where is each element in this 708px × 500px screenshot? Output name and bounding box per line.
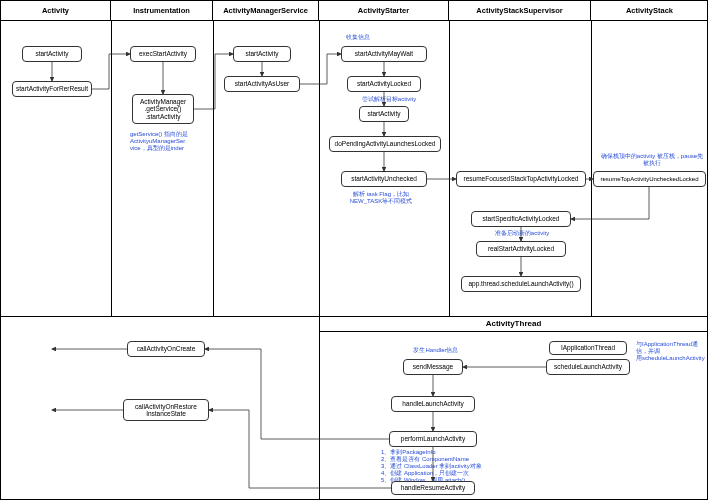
ann-ensurestack: 确保栈顶中的activity 被压栈，pause先 被执行 bbox=[598, 153, 706, 167]
node-startactivityforresult: startActivityForRerResult bbox=[12, 81, 92, 97]
node-iappthread: IApplicationThread bbox=[549, 341, 627, 355]
ann-iat: 与IApplicationThread通信，并调 用scheduleLaunch… bbox=[636, 341, 708, 362]
node-stack-resumetop: resumeTopActivityUncheckedLocked bbox=[593, 171, 706, 187]
node-starter-locked: startActivityLocked bbox=[347, 76, 421, 92]
node-startactivity: startActivity bbox=[22, 46, 82, 62]
ann-handlermsg: 发生Handler信息 bbox=[406, 347, 466, 354]
node-performlaunch: performLaunchActivity bbox=[389, 431, 477, 447]
node-sup-appthread: app.thread.scheduleLaunchActivity() bbox=[461, 276, 581, 292]
node-schedulelaunch: scheduleLaunchActivity bbox=[546, 359, 630, 375]
col-supervisor: ActivityStackSupervisor bbox=[449, 1, 591, 21]
ann-performlist: 1、拿到PackageInfo 2、查看是否有 ComponentName 3、… bbox=[381, 449, 501, 483]
col-stack: ActivityStack bbox=[591, 1, 708, 21]
node-sendmessage: sendMessage bbox=[403, 359, 463, 375]
ann-preparenew: 准备启动新的activity bbox=[477, 230, 567, 237]
col-ams: ActivityManagerService bbox=[213, 1, 319, 21]
node-ams-startactivity: startActivity bbox=[233, 46, 291, 62]
node-ams-startactivityasuser: startActivityAsUser bbox=[224, 76, 300, 92]
node-starter-maywait: startActivityMayWait bbox=[341, 46, 427, 62]
node-calloncreate: callActivityOnCreate bbox=[127, 341, 205, 357]
ann-collect: 收集信息 bbox=[333, 34, 383, 41]
node-sup-realstart: realStartActivityLocked bbox=[476, 241, 566, 257]
sub-header-activitythread: ActivityThread bbox=[319, 319, 708, 328]
ann-tryparse: 尝试解析目标activity bbox=[349, 96, 429, 103]
node-handlelaunch: handleLaunchActivity bbox=[391, 396, 475, 412]
ann-getservice: getService() 指向的是 ActivityuManagerSer vi… bbox=[130, 131, 212, 152]
node-sup-startspecific: startSpecificActivityLocked bbox=[471, 211, 571, 227]
col-instrumentation: Instrumentation bbox=[111, 1, 213, 21]
node-callonrestore: callActivityOnRestore InstanceState bbox=[123, 399, 209, 421]
node-starter-startactivity: startActivity bbox=[359, 106, 409, 122]
node-starter-unchecked: startActivityUnchecked bbox=[341, 171, 427, 187]
node-am-getservice: ActivityManager .getService() .startActi… bbox=[132, 94, 194, 124]
ann-taskflag: 解析 task Flag，比如 NEW_TASK等不同模式 bbox=[331, 191, 431, 205]
node-starter-dopending: doPendingActivityLaunchesLocked bbox=[329, 136, 441, 152]
node-sup-resumefocused: resumeFocusedStackTopActivityLocked bbox=[456, 171, 586, 187]
node-execstartactivity: execStartActivity bbox=[130, 46, 196, 62]
node-handleresume: handleResumeActivity bbox=[391, 481, 475, 495]
diagram-canvas: Activity Instrumentation ActivityManager… bbox=[0, 0, 708, 500]
col-activity: Activity bbox=[1, 1, 111, 21]
col-starter: ActivityStarter bbox=[319, 1, 449, 21]
